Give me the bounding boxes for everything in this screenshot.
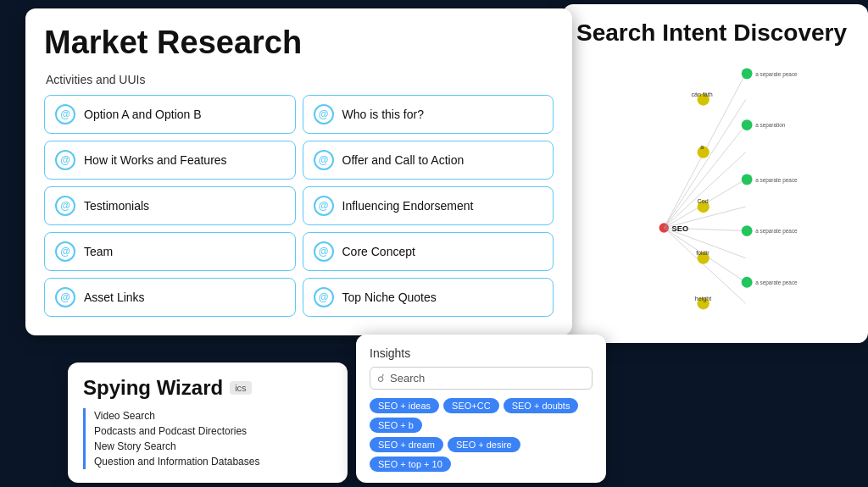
wizard-list-item: Video Search — [94, 408, 332, 423]
wizard-list-item: New Story Search — [94, 439, 332, 454]
search-bar-placeholder: Search — [390, 372, 425, 385]
insights-card: Insights ☌ Search SEO + ideas SEO+CC SEO… — [356, 335, 606, 483]
at-icon: @ — [314, 104, 334, 125]
search-intent-title: Search Intent Discovery — [576, 19, 854, 47]
svg-text:a: a — [700, 144, 704, 151]
svg-point-24 — [742, 174, 753, 185]
svg-text:a separate peace: a separate peace — [755, 71, 798, 78]
grid-item-top-niche[interactable]: @ Top Niche Quotes — [303, 278, 554, 317]
at-icon: @ — [314, 150, 334, 170]
grid-item-testimonials[interactable]: @ Testimonials — [44, 186, 296, 225]
market-research-title: Market Research — [44, 25, 554, 61]
grid-item-text: Core Concept — [342, 245, 415, 258]
svg-text:height: height — [695, 296, 711, 302]
grid-item-text: Who is this for? — [342, 108, 424, 121]
search-intent-card: Search Intent Discovery SEO cán fàth a C… — [563, 4, 868, 343]
search-bar[interactable]: ☌ Search — [370, 367, 593, 390]
tag[interactable]: SEO + top + 10 — [370, 457, 451, 472]
wizard-list: Video Search Podcasts and Podcast Direct… — [83, 408, 332, 469]
graph-svg: SEO cán fàth a Cod foldir height — [576, 58, 854, 313]
at-icon: @ — [55, 150, 75, 170]
svg-text:cán fàth: cán fàth — [691, 91, 712, 98]
grid-item-who-is-this[interactable]: @ Who is this for? — [303, 95, 554, 134]
tags-row-2: SEO + dream SEO + desire SEO + top + 10 — [370, 437, 593, 472]
svg-point-22 — [742, 119, 753, 130]
at-icon: @ — [314, 196, 334, 216]
tag[interactable]: SEO+CC — [443, 398, 499, 413]
at-icon: @ — [55, 196, 75, 216]
svg-point-26 — [742, 225, 753, 236]
at-icon: @ — [55, 104, 75, 125]
grid-item-text: Asset Links — [84, 291, 145, 304]
grid-item-offer-cta[interactable]: @ Offer and Call to Action — [303, 141, 554, 180]
grid-item-option-ab[interactable]: @ Option A and Option B — [44, 95, 296, 134]
svg-text:Cod: Cod — [698, 199, 709, 206]
grid-item-how-it-works[interactable]: @ How it Works and Features — [44, 141, 296, 180]
wizard-list-item: Question and Information Databases — [94, 454, 332, 469]
grid-item-text: Testimonials — [84, 199, 149, 213]
at-icon: @ — [55, 241, 75, 262]
ics-badge: ics — [230, 381, 251, 395]
svg-point-20 — [742, 69, 753, 80]
items-grid: @ Option A and Option B @ Who is this fo… — [44, 95, 554, 317]
grid-item-text: Offer and Call to Action — [342, 153, 465, 167]
grid-item-team[interactable]: @ Team — [44, 232, 296, 271]
grid-item-text: Influencing Endorsement — [342, 199, 474, 213]
graph-area: SEO cán fàth a Cod foldir height — [576, 58, 854, 313]
wizard-list-item: Podcasts and Podcast Directories — [94, 423, 332, 439]
svg-text:a separate peace: a separate peace — [755, 279, 798, 286]
svg-text:a separate peace: a separate peace — [755, 177, 798, 184]
grid-item-text: Team — [84, 245, 113, 258]
tag[interactable]: SEO + b — [370, 418, 422, 433]
grid-item-asset-links[interactable]: @ Asset Links — [44, 278, 296, 317]
tags-row-1: SEO + ideas SEO+CC SEO + doubts SEO + b — [370, 398, 593, 433]
spying-wizard-header: Spying Wizard ics — [83, 376, 332, 400]
activities-label: Activities and UUIs — [44, 73, 554, 86]
grid-item-influencing[interactable]: @ Influencing Endorsement — [303, 186, 554, 225]
grid-item-core-concept[interactable]: @ Core Concept — [303, 232, 554, 271]
grid-item-text: Option A and Option B — [84, 108, 202, 121]
svg-text:a separation: a separation — [755, 123, 786, 130]
tag[interactable]: SEO + dream — [370, 437, 443, 452]
search-icon: ☌ — [377, 372, 385, 385]
insights-label: Insights — [370, 346, 593, 360]
grid-item-text: Top Niche Quotes — [342, 291, 437, 304]
spying-wizard-card: Spying Wizard ics Video Search Podcasts … — [68, 362, 348, 483]
at-icon: @ — [55, 287, 75, 307]
tag[interactable]: SEO + ideas — [370, 398, 439, 413]
spying-wizard-title: Spying Wizard — [83, 376, 223, 400]
at-icon: @ — [314, 241, 334, 262]
svg-text:foldir: foldir — [696, 250, 709, 257]
at-icon: @ — [314, 287, 334, 307]
tag[interactable]: SEO + desire — [448, 437, 520, 452]
svg-line-9 — [664, 228, 745, 303]
svg-text:a separate peace: a separate peace — [755, 229, 798, 235]
grid-item-text: How it Works and Features — [84, 153, 227, 167]
market-research-card: Market Research Activities and UUIs @ Op… — [25, 8, 572, 335]
svg-point-28 — [742, 277, 753, 288]
tag[interactable]: SEO + doubts — [504, 398, 579, 413]
